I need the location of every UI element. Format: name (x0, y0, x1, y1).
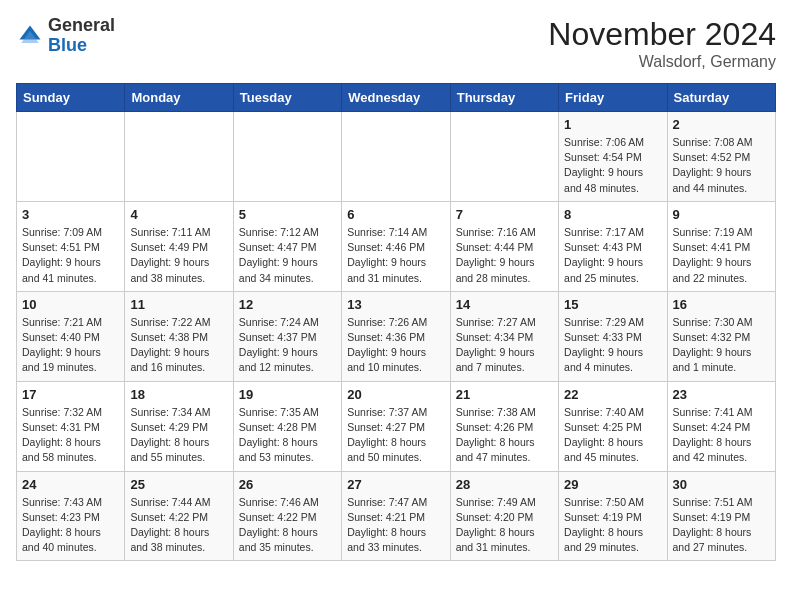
day-info: Sunrise: 7:49 AMSunset: 4:20 PMDaylight:… (456, 495, 553, 556)
day-number: 8 (564, 207, 661, 222)
day-number: 25 (130, 477, 227, 492)
calendar-cell: 30Sunrise: 7:51 AMSunset: 4:19 PMDayligh… (667, 471, 775, 561)
day-info: Sunrise: 7:35 AMSunset: 4:28 PMDaylight:… (239, 405, 336, 466)
day-number: 7 (456, 207, 553, 222)
calendar-cell: 2Sunrise: 7:08 AMSunset: 4:52 PMDaylight… (667, 112, 775, 202)
day-number: 1 (564, 117, 661, 132)
calendar-table: SundayMondayTuesdayWednesdayThursdayFrid… (16, 83, 776, 561)
day-info: Sunrise: 7:17 AMSunset: 4:43 PMDaylight:… (564, 225, 661, 286)
logo: General Blue (16, 16, 115, 56)
calendar-cell: 8Sunrise: 7:17 AMSunset: 4:43 PMDaylight… (559, 201, 667, 291)
day-info: Sunrise: 7:16 AMSunset: 4:44 PMDaylight:… (456, 225, 553, 286)
day-info: Sunrise: 7:37 AMSunset: 4:27 PMDaylight:… (347, 405, 444, 466)
calendar-cell: 28Sunrise: 7:49 AMSunset: 4:20 PMDayligh… (450, 471, 558, 561)
page-header: General Blue November 2024 Walsdorf, Ger… (16, 16, 776, 71)
day-number: 14 (456, 297, 553, 312)
day-number: 12 (239, 297, 336, 312)
calendar-cell: 16Sunrise: 7:30 AMSunset: 4:32 PMDayligh… (667, 291, 775, 381)
calendar-cell: 23Sunrise: 7:41 AMSunset: 4:24 PMDayligh… (667, 381, 775, 471)
day-number: 13 (347, 297, 444, 312)
day-number: 6 (347, 207, 444, 222)
calendar-cell: 17Sunrise: 7:32 AMSunset: 4:31 PMDayligh… (17, 381, 125, 471)
location: Walsdorf, Germany (548, 53, 776, 71)
day-info: Sunrise: 7:47 AMSunset: 4:21 PMDaylight:… (347, 495, 444, 556)
header-day: Monday (125, 84, 233, 112)
day-info: Sunrise: 7:08 AMSunset: 4:52 PMDaylight:… (673, 135, 770, 196)
day-number: 15 (564, 297, 661, 312)
calendar-cell: 13Sunrise: 7:26 AMSunset: 4:36 PMDayligh… (342, 291, 450, 381)
day-info: Sunrise: 7:34 AMSunset: 4:29 PMDaylight:… (130, 405, 227, 466)
calendar-week-row: 1Sunrise: 7:06 AMSunset: 4:54 PMDaylight… (17, 112, 776, 202)
calendar-cell: 24Sunrise: 7:43 AMSunset: 4:23 PMDayligh… (17, 471, 125, 561)
day-number: 3 (22, 207, 119, 222)
logo-blue-text: Blue (48, 35, 87, 55)
day-number: 9 (673, 207, 770, 222)
header-day: Tuesday (233, 84, 341, 112)
day-info: Sunrise: 7:43 AMSunset: 4:23 PMDaylight:… (22, 495, 119, 556)
calendar-cell: 14Sunrise: 7:27 AMSunset: 4:34 PMDayligh… (450, 291, 558, 381)
calendar-cell (342, 112, 450, 202)
calendar-cell: 1Sunrise: 7:06 AMSunset: 4:54 PMDaylight… (559, 112, 667, 202)
calendar-week-row: 10Sunrise: 7:21 AMSunset: 4:40 PMDayligh… (17, 291, 776, 381)
day-info: Sunrise: 7:14 AMSunset: 4:46 PMDaylight:… (347, 225, 444, 286)
day-number: 5 (239, 207, 336, 222)
calendar-cell (125, 112, 233, 202)
day-info: Sunrise: 7:46 AMSunset: 4:22 PMDaylight:… (239, 495, 336, 556)
day-info: Sunrise: 7:29 AMSunset: 4:33 PMDaylight:… (564, 315, 661, 376)
day-info: Sunrise: 7:21 AMSunset: 4:40 PMDaylight:… (22, 315, 119, 376)
day-info: Sunrise: 7:11 AMSunset: 4:49 PMDaylight:… (130, 225, 227, 286)
calendar-cell: 10Sunrise: 7:21 AMSunset: 4:40 PMDayligh… (17, 291, 125, 381)
calendar-cell: 20Sunrise: 7:37 AMSunset: 4:27 PMDayligh… (342, 381, 450, 471)
day-info: Sunrise: 7:26 AMSunset: 4:36 PMDaylight:… (347, 315, 444, 376)
header-row: SundayMondayTuesdayWednesdayThursdayFrid… (17, 84, 776, 112)
calendar-week-row: 3Sunrise: 7:09 AMSunset: 4:51 PMDaylight… (17, 201, 776, 291)
day-info: Sunrise: 7:44 AMSunset: 4:22 PMDaylight:… (130, 495, 227, 556)
day-info: Sunrise: 7:06 AMSunset: 4:54 PMDaylight:… (564, 135, 661, 196)
calendar-cell: 15Sunrise: 7:29 AMSunset: 4:33 PMDayligh… (559, 291, 667, 381)
day-number: 4 (130, 207, 227, 222)
calendar-cell: 22Sunrise: 7:40 AMSunset: 4:25 PMDayligh… (559, 381, 667, 471)
day-info: Sunrise: 7:41 AMSunset: 4:24 PMDaylight:… (673, 405, 770, 466)
header-day: Saturday (667, 84, 775, 112)
calendar-cell: 11Sunrise: 7:22 AMSunset: 4:38 PMDayligh… (125, 291, 233, 381)
calendar-cell: 4Sunrise: 7:11 AMSunset: 4:49 PMDaylight… (125, 201, 233, 291)
day-info: Sunrise: 7:30 AMSunset: 4:32 PMDaylight:… (673, 315, 770, 376)
day-number: 30 (673, 477, 770, 492)
day-info: Sunrise: 7:12 AMSunset: 4:47 PMDaylight:… (239, 225, 336, 286)
day-number: 17 (22, 387, 119, 402)
logo-icon (16, 22, 44, 50)
calendar-cell: 18Sunrise: 7:34 AMSunset: 4:29 PMDayligh… (125, 381, 233, 471)
calendar-week-row: 24Sunrise: 7:43 AMSunset: 4:23 PMDayligh… (17, 471, 776, 561)
calendar-cell (17, 112, 125, 202)
header-day: Friday (559, 84, 667, 112)
day-number: 24 (22, 477, 119, 492)
logo-general-text: General (48, 15, 115, 35)
day-number: 23 (673, 387, 770, 402)
calendar-week-row: 17Sunrise: 7:32 AMSunset: 4:31 PMDayligh… (17, 381, 776, 471)
calendar-cell: 3Sunrise: 7:09 AMSunset: 4:51 PMDaylight… (17, 201, 125, 291)
day-number: 28 (456, 477, 553, 492)
day-number: 11 (130, 297, 227, 312)
calendar-cell: 29Sunrise: 7:50 AMSunset: 4:19 PMDayligh… (559, 471, 667, 561)
calendar-cell (233, 112, 341, 202)
month-title: November 2024 (548, 16, 776, 53)
day-info: Sunrise: 7:24 AMSunset: 4:37 PMDaylight:… (239, 315, 336, 376)
day-number: 27 (347, 477, 444, 492)
day-info: Sunrise: 7:19 AMSunset: 4:41 PMDaylight:… (673, 225, 770, 286)
day-number: 18 (130, 387, 227, 402)
day-number: 26 (239, 477, 336, 492)
day-number: 20 (347, 387, 444, 402)
day-info: Sunrise: 7:27 AMSunset: 4:34 PMDaylight:… (456, 315, 553, 376)
day-info: Sunrise: 7:40 AMSunset: 4:25 PMDaylight:… (564, 405, 661, 466)
day-info: Sunrise: 7:22 AMSunset: 4:38 PMDaylight:… (130, 315, 227, 376)
calendar-cell: 12Sunrise: 7:24 AMSunset: 4:37 PMDayligh… (233, 291, 341, 381)
calendar-cell: 21Sunrise: 7:38 AMSunset: 4:26 PMDayligh… (450, 381, 558, 471)
day-info: Sunrise: 7:09 AMSunset: 4:51 PMDaylight:… (22, 225, 119, 286)
title-block: November 2024 Walsdorf, Germany (548, 16, 776, 71)
day-number: 19 (239, 387, 336, 402)
day-info: Sunrise: 7:32 AMSunset: 4:31 PMDaylight:… (22, 405, 119, 466)
calendar-cell: 9Sunrise: 7:19 AMSunset: 4:41 PMDaylight… (667, 201, 775, 291)
day-number: 22 (564, 387, 661, 402)
calendar-cell: 27Sunrise: 7:47 AMSunset: 4:21 PMDayligh… (342, 471, 450, 561)
header-day: Thursday (450, 84, 558, 112)
